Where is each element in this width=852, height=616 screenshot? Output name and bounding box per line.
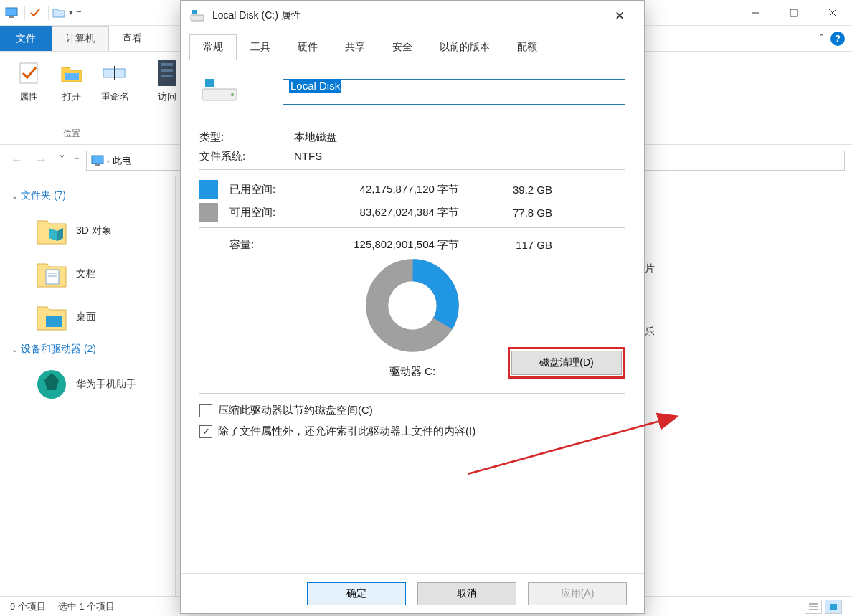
apply-button[interactable]: 应用(A) <box>528 582 627 605</box>
svg-rect-7 <box>65 73 79 80</box>
collapse-ribbon-icon[interactable]: ˆ <box>820 33 823 44</box>
tab-hardware[interactable]: 硬件 <box>284 34 331 60</box>
breadcrumb-text: 此电 <box>113 154 131 167</box>
volume-name-value: Local Disk <box>289 79 341 93</box>
svg-rect-0 <box>6 8 17 16</box>
fs-value: NTFS <box>294 150 322 164</box>
tree-item-3d[interactable]: 3D 对象 <box>6 209 169 252</box>
volume-name-input[interactable]: Local Disk <box>283 79 625 105</box>
used-gb: 39.2 GB <box>481 184 552 196</box>
svg-rect-18 <box>46 270 59 284</box>
dialog-titlebar[interactable]: Local Disk (C:) 属性 ✕ <box>181 1 644 31</box>
tree-header-folders[interactable]: ⌄文件夹 (7) <box>11 189 169 202</box>
overflow-icon[interactable]: = <box>76 7 82 18</box>
chevron-down-icon: ⌄ <box>11 345 18 354</box>
ribbon-rename[interactable]: 重命名 <box>93 56 136 106</box>
compress-checkbox[interactable] <box>199 404 212 417</box>
tree-header-devices[interactable]: ⌄设备和驱动器 (2) <box>11 343 169 356</box>
space-info: 已用空间: 42,175,877,120 字节 39.2 GB 可用空间: 83… <box>199 180 625 222</box>
tab-security[interactable]: 安全 <box>379 34 426 60</box>
properties-dialog: Local Disk (C:) 属性 ✕ 常规 工具 硬件 共享 安全 以前的版… <box>180 0 645 614</box>
dialog-close-button[interactable]: ✕ <box>604 1 635 31</box>
ribbon-label: 重命名 <box>101 90 129 103</box>
used-bytes: 42,175,877,120 字节 <box>301 183 481 196</box>
drive-letter-label: 驱动器 C: <box>389 365 435 379</box>
fs-label: 文件系统: <box>199 150 294 164</box>
cancel-button[interactable]: 取消 <box>417 582 516 605</box>
tab-file[interactable]: 文件 <box>0 26 52 51</box>
up-button[interactable]: ↑ <box>74 153 80 168</box>
tree-item-label: 桌面 <box>76 311 96 323</box>
drive-large-icon <box>199 76 240 107</box>
svg-rect-28 <box>191 15 204 21</box>
tree-item-desktop[interactable]: 桌面 <box>6 295 169 338</box>
folder-icon[interactable] <box>52 6 66 20</box>
dialog-body: Local Disk 类型:本地磁盘 文件系统:NTFS 已用空间: 42,17… <box>181 60 644 573</box>
ribbon-label: 访问 <box>158 90 176 103</box>
separator <box>199 393 625 394</box>
tab-computer[interactable]: 计算机 <box>52 26 109 51</box>
checkmark-page-icon <box>14 59 43 87</box>
type-label: 类型: <box>199 131 294 144</box>
svg-rect-27 <box>830 604 837 610</box>
forward-button[interactable]: → <box>32 153 50 168</box>
svg-rect-11 <box>161 63 173 66</box>
chevron-down-icon: ⌄ <box>11 191 18 201</box>
index-label: 除了文件属性外，还允许索引此驱动器上文件的内容(I) <box>218 425 475 438</box>
tab-general[interactable]: 常规 <box>189 34 237 60</box>
svg-rect-31 <box>205 79 214 87</box>
separator <box>24 6 25 20</box>
minimize-button[interactable] <box>736 0 775 26</box>
tab-tools[interactable]: 工具 <box>237 34 284 60</box>
svg-rect-1 <box>9 16 14 18</box>
check-icon[interactable] <box>28 6 42 20</box>
ok-button[interactable]: 确定 <box>307 582 406 605</box>
tree-item-huawei[interactable]: 华为手机助手 <box>6 363 169 406</box>
back-button[interactable]: ← <box>7 153 26 168</box>
tab-previous[interactable]: 以前的版本 <box>426 34 503 60</box>
folder-docs-icon <box>34 257 69 291</box>
capacity-bytes: 125,802,901,504 字节 <box>301 238 481 252</box>
svg-rect-12 <box>161 69 173 72</box>
view-details-button[interactable] <box>805 600 822 614</box>
recent-dropdown[interactable]: ˅ <box>56 153 68 169</box>
close-button[interactable] <box>813 0 852 26</box>
tab-view[interactable]: 查看 <box>109 26 155 51</box>
help-icon[interactable]: ? <box>830 32 845 46</box>
monitor-icon <box>4 6 19 20</box>
separator <box>199 227 625 228</box>
compress-label: 压缩此驱动器以节约磁盘空间(C) <box>218 404 373 417</box>
ribbon-label: 打开 <box>62 90 81 103</box>
capacity-label: 容量: <box>229 238 301 252</box>
capacity-gb: 117 GB <box>481 239 552 251</box>
ribbon-properties[interactable]: 属性 <box>7 56 50 106</box>
svg-rect-3 <box>790 9 797 16</box>
drive-icon <box>189 8 205 24</box>
svg-point-32 <box>231 93 234 96</box>
tree-item-docs[interactable]: 文档 <box>6 252 169 295</box>
chevron-down-icon[interactable]: ▾ <box>69 8 73 17</box>
status-count: 9 个项目 <box>10 600 46 613</box>
maximize-button[interactable] <box>775 0 813 26</box>
free-bytes: 83,627,024,384 字节 <box>301 206 481 219</box>
tab-quota[interactable]: 配额 <box>503 34 551 60</box>
usage-donut: 驱动器 C: <box>199 259 625 379</box>
separator <box>48 6 49 20</box>
rename-icon <box>100 59 129 87</box>
folder-open-icon <box>57 59 86 87</box>
ribbon-group-location: 属性 打开 重命名 位置 <box>7 56 136 140</box>
svg-rect-14 <box>92 156 103 164</box>
view-icons-button[interactable] <box>825 600 842 614</box>
tree-item-label: 文档 <box>76 267 96 280</box>
free-swatch-icon <box>199 203 218 222</box>
donut-chart-icon <box>366 259 459 352</box>
window-controls <box>736 0 852 26</box>
svg-rect-13 <box>161 75 173 77</box>
index-checkbox[interactable]: ✓ <box>199 425 212 438</box>
ribbon-label: 属性 <box>19 90 38 103</box>
separator <box>199 169 625 170</box>
ribbon-open[interactable]: 打开 <box>50 56 93 106</box>
status-selected: 选中 1 个项目 <box>58 600 115 613</box>
folder-3d-icon <box>34 214 69 248</box>
tab-sharing[interactable]: 共享 <box>331 34 379 60</box>
